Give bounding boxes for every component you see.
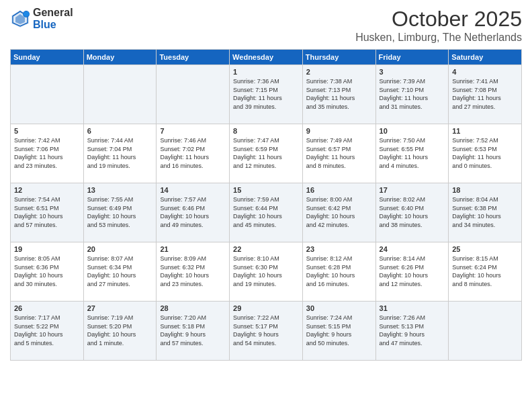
day-info: Sunrise: 8:04 AM Sunset: 6:38 PM Dayligh… [452,195,518,229]
calendar-cell [83,65,157,124]
day-number: 16 [306,186,372,194]
day-info: Sunrise: 7:39 AM Sunset: 7:10 PM Dayligh… [380,77,445,111]
day-info: Sunrise: 8:14 AM Sunset: 6:26 PM Dayligh… [380,255,445,288]
month-title: October 2025 [355,7,522,32]
day-number: 11 [452,127,518,135]
day-info: Sunrise: 8:05 AM Sunset: 6:36 PM Dayligh… [14,255,80,288]
day-info: Sunrise: 7:55 AM Sunset: 6:49 PM Dayligh… [87,195,153,229]
calendar-cell: 17Sunrise: 8:02 AM Sunset: 6:40 PM Dayli… [375,183,449,242]
day-info: Sunrise: 8:09 AM Sunset: 6:32 PM Dayligh… [160,255,226,288]
day-number: 7 [160,127,226,135]
day-info: Sunrise: 7:59 AM Sunset: 6:44 PM Dayligh… [233,195,299,229]
header-day-wednesday: Wednesday [230,50,303,65]
title-block: October 2025 Husken, Limburg, The Nether… [355,7,522,44]
calendar-cell: 7Sunrise: 7:46 AM Sunset: 7:02 PM Daylig… [157,124,230,183]
day-info: Sunrise: 7:44 AM Sunset: 7:04 PM Dayligh… [87,136,153,170]
day-number: 5 [14,127,80,135]
day-info: Sunrise: 7:42 AM Sunset: 7:06 PM Dayligh… [14,136,80,170]
calendar-table: SundayMondayTuesdayWednesdayThursdayFrid… [10,49,522,361]
day-number: 26 [14,304,80,312]
day-number: 30 [306,304,372,312]
calendar-cell: 25Sunrise: 8:15 AM Sunset: 6:24 PM Dayli… [449,242,522,302]
day-info: Sunrise: 7:19 AM Sunset: 5:20 PM Dayligh… [87,314,153,347]
calendar-cell: 8Sunrise: 7:47 AM Sunset: 6:59 PM Daylig… [230,124,303,183]
header-day-saturday: Saturday [449,50,522,65]
day-info: Sunrise: 7:22 AM Sunset: 5:17 PM Dayligh… [233,314,299,347]
week-row-4: 19Sunrise: 8:05 AM Sunset: 6:36 PM Dayli… [11,242,522,302]
header-row: SundayMondayTuesdayWednesdayThursdayFrid… [11,50,522,65]
day-info: Sunrise: 7:52 AM Sunset: 6:53 PM Dayligh… [452,136,518,170]
calendar-cell: 21Sunrise: 8:09 AM Sunset: 6:32 PM Dayli… [157,242,230,302]
day-number: 19 [14,245,80,253]
day-number: 24 [380,245,445,253]
day-number: 3 [380,68,445,76]
day-info: Sunrise: 7:24 AM Sunset: 5:15 PM Dayligh… [306,314,372,347]
calendar-cell: 3Sunrise: 7:39 AM Sunset: 7:10 PM Daylig… [375,65,449,124]
day-info: Sunrise: 7:57 AM Sunset: 6:46 PM Dayligh… [160,195,226,229]
calendar-cell: 14Sunrise: 7:57 AM Sunset: 6:46 PM Dayli… [157,183,230,242]
day-info: Sunrise: 7:49 AM Sunset: 6:57 PM Dayligh… [306,136,372,170]
day-info: Sunrise: 8:12 AM Sunset: 6:28 PM Dayligh… [306,255,372,288]
header-day-thursday: Thursday [302,50,375,65]
day-number: 9 [306,127,372,135]
day-info: Sunrise: 8:02 AM Sunset: 6:40 PM Dayligh… [380,195,445,229]
day-number: 14 [160,186,226,194]
day-number: 20 [87,245,153,253]
day-number: 27 [87,304,153,312]
day-info: Sunrise: 8:07 AM Sunset: 6:34 PM Dayligh… [87,255,153,288]
day-number: 10 [380,127,445,135]
day-number: 13 [87,186,153,194]
calendar-cell: 28Sunrise: 7:20 AM Sunset: 5:18 PM Dayli… [157,302,230,361]
day-number: 12 [14,186,80,194]
week-row-3: 12Sunrise: 7:54 AM Sunset: 6:51 PM Dayli… [11,183,522,242]
calendar-cell: 11Sunrise: 7:52 AM Sunset: 6:53 PM Dayli… [449,124,522,183]
day-info: Sunrise: 7:47 AM Sunset: 6:59 PM Dayligh… [233,136,299,170]
calendar-cell: 10Sunrise: 7:50 AM Sunset: 6:55 PM Dayli… [375,124,449,183]
logo-blue-text: Blue [33,19,73,31]
day-number: 23 [306,245,372,253]
header-day-sunday: Sunday [11,50,84,65]
day-number: 4 [452,68,518,76]
day-info: Sunrise: 7:20 AM Sunset: 5:18 PM Dayligh… [160,314,226,347]
calendar-cell: 20Sunrise: 8:07 AM Sunset: 6:34 PM Dayli… [83,242,157,302]
day-info: Sunrise: 7:41 AM Sunset: 7:08 PM Dayligh… [452,77,518,111]
logo-text: General Blue [33,7,73,30]
day-info: Sunrise: 7:46 AM Sunset: 7:02 PM Dayligh… [160,136,226,170]
logo: General Blue [10,7,73,30]
header-day-friday: Friday [375,50,449,65]
day-number: 29 [233,304,299,312]
calendar-cell: 31Sunrise: 7:26 AM Sunset: 5:13 PM Dayli… [375,302,449,361]
logo-general-text: General [33,7,73,19]
day-number: 1 [233,68,299,76]
day-number: 17 [380,186,445,194]
header-day-tuesday: Tuesday [157,50,230,65]
header-day-monday: Monday [83,50,157,65]
day-number: 21 [160,245,226,253]
week-row-2: 5Sunrise: 7:42 AM Sunset: 7:06 PM Daylig… [11,124,522,183]
calendar-cell: 2Sunrise: 7:38 AM Sunset: 7:13 PM Daylig… [302,65,375,124]
day-info: Sunrise: 8:00 AM Sunset: 6:42 PM Dayligh… [306,195,372,229]
day-info: Sunrise: 7:50 AM Sunset: 6:55 PM Dayligh… [380,136,445,170]
day-number: 2 [306,68,372,76]
location-title: Husken, Limburg, The Netherlands [355,32,522,44]
calendar-cell: 16Sunrise: 8:00 AM Sunset: 6:42 PM Dayli… [302,183,375,242]
day-number: 6 [87,127,153,135]
week-row-1: 1Sunrise: 7:36 AM Sunset: 7:15 PM Daylig… [11,65,522,124]
calendar-cell: 22Sunrise: 8:10 AM Sunset: 6:30 PM Dayli… [230,242,303,302]
calendar-cell: 6Sunrise: 7:44 AM Sunset: 7:04 PM Daylig… [83,124,157,183]
calendar-cell: 29Sunrise: 7:22 AM Sunset: 5:17 PM Dayli… [230,302,303,361]
day-info: Sunrise: 7:38 AM Sunset: 7:13 PM Dayligh… [306,77,372,111]
calendar-cell: 30Sunrise: 7:24 AM Sunset: 5:15 PM Dayli… [302,302,375,361]
calendar-cell [11,65,84,124]
calendar-cell: 9Sunrise: 7:49 AM Sunset: 6:57 PM Daylig… [302,124,375,183]
calendar-cell: 15Sunrise: 7:59 AM Sunset: 6:44 PM Dayli… [230,183,303,242]
logo-icon [10,9,30,29]
day-info: Sunrise: 8:15 AM Sunset: 6:24 PM Dayligh… [452,255,518,288]
calendar-cell [157,65,230,124]
calendar-cell [449,302,522,361]
week-row-5: 26Sunrise: 7:17 AM Sunset: 5:22 PM Dayli… [11,302,522,361]
calendar-cell: 24Sunrise: 8:14 AM Sunset: 6:26 PM Dayli… [375,242,449,302]
day-info: Sunrise: 7:17 AM Sunset: 5:22 PM Dayligh… [14,314,80,347]
day-info: Sunrise: 7:54 AM Sunset: 6:51 PM Dayligh… [14,195,80,229]
day-info: Sunrise: 7:26 AM Sunset: 5:13 PM Dayligh… [380,314,445,347]
